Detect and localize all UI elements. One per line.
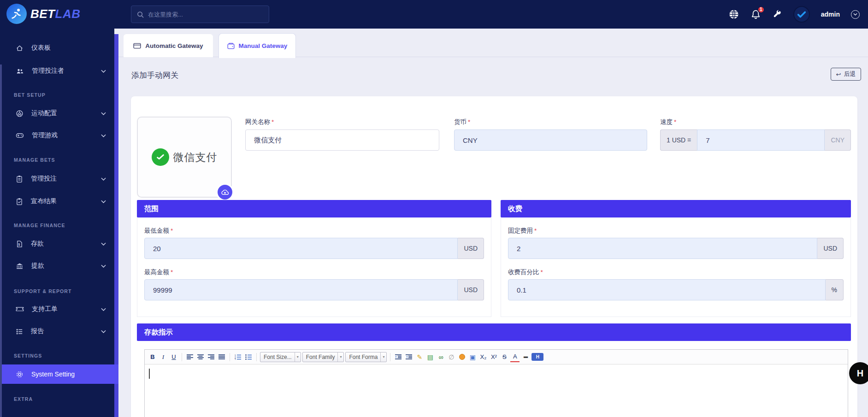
users-icon (16, 67, 24, 75)
superscript-button[interactable]: X² (489, 352, 498, 362)
search-input[interactable] (148, 11, 263, 18)
sidebar-item-reports[interactable]: 报告 (0, 322, 114, 341)
range-section-header: 范围 (137, 200, 491, 217)
align-left-icon[interactable] (185, 352, 195, 362)
required-asterisk: * (171, 269, 173, 276)
sidebar-item-dashboard[interactable]: 仪表板 (0, 39, 114, 57)
max-amount-input[interactable] (144, 279, 458, 300)
sidebar-section-bet-setup: BET SETUP (14, 92, 46, 98)
help-bubble-button[interactable]: H (849, 362, 868, 384)
language-globe-icon[interactable] (728, 9, 739, 20)
account-menu-chevron-icon[interactable] (851, 10, 860, 19)
currency-input[interactable] (454, 129, 647, 151)
required-asterisk: * (534, 227, 537, 234)
sidebar-item-withdrawals[interactable]: 提款 (0, 257, 114, 275)
html-view-button[interactable]: H (531, 353, 543, 361)
app-window: BETLAB 1 admin (0, 0, 868, 417)
percent-charge-group: % (508, 279, 844, 300)
fixed-charge-input[interactable] (508, 238, 817, 259)
charge-section-header: 收费 (501, 200, 851, 217)
chevron-down-icon (101, 330, 106, 333)
sidebar-item-manage-bettors[interactable]: 管理投注者 (0, 62, 114, 80)
sidebar-item-support-tickets[interactable]: 支持工单 (0, 300, 114, 318)
credit-card-icon (133, 43, 141, 49)
horizontal-rule-icon[interactable]: ━ (521, 352, 530, 362)
topbar-actions: 1 admin (728, 0, 860, 29)
font-size-select[interactable]: Font Size...▾ (260, 352, 301, 362)
editor-content-area[interactable] (145, 364, 848, 417)
insert-image-icon[interactable]: ▣ (468, 352, 477, 362)
chevron-down-icon (101, 134, 106, 137)
emoticon-icon[interactable] (457, 352, 466, 362)
gear-icon (16, 370, 24, 378)
notification-count-badge: 1 (757, 6, 765, 13)
remove-link-icon[interactable]: ∅ (447, 352, 456, 362)
sidebar-item-sports-config[interactable]: 运动配置 (0, 104, 114, 123)
dropdown-arrow-icon: ▾ (337, 352, 342, 362)
gateway-name-label: 网关名称* (245, 118, 274, 126)
ordered-list-icon[interactable]: 123 (233, 352, 242, 362)
sidebar-section-manage-bets: MANAGE BETS (14, 157, 55, 163)
sidebar-item-manage-bets[interactable]: 管理投注 (0, 170, 114, 188)
wechat-pay-icon (152, 148, 169, 166)
required-asterisk: * (171, 227, 173, 234)
max-amount-group: USD (144, 279, 484, 300)
align-justify-icon[interactable] (217, 352, 226, 362)
sidebar-section-extra: EXTRA (14, 396, 33, 402)
outdent-icon[interactable] (394, 352, 403, 362)
pencil-edit-icon[interactable]: ✎ (415, 352, 424, 362)
paste-icon[interactable]: ▤ (425, 352, 435, 362)
brand-logo[interactable]: BETLAB (6, 4, 80, 24)
global-search (131, 6, 269, 23)
indent-icon[interactable] (404, 352, 413, 362)
editor-toolbar: B I U 123 Font Size...▾ Font Family▾ Fon… (145, 350, 848, 364)
tab-manual-gateway[interactable]: Manual Gateway (218, 33, 296, 58)
subscript-button[interactable]: X₂ (478, 352, 488, 362)
deposit-icon: $ (16, 240, 23, 248)
sidebar: 仪表板 管理投注者 BET SETUP 运动配置 管理游戏 MANAGE BET… (0, 29, 114, 417)
align-right-icon[interactable] (207, 352, 216, 362)
sidebar-item-manage-games[interactable]: 管理游戏 (0, 126, 114, 145)
brand-name: BETLAB (30, 7, 80, 21)
unordered-list-icon[interactable] (244, 352, 253, 362)
gateway-tabs: Automatic Gateway Manual Gateway (118, 34, 868, 57)
strikethrough-button[interactable]: S (500, 352, 509, 362)
required-asterisk: * (272, 118, 274, 125)
clear-format-button[interactable]: A (510, 352, 520, 362)
back-button[interactable]: ↩ 后退 (831, 68, 861, 81)
range-section-body (137, 217, 491, 317)
upload-image-button[interactable] (216, 183, 234, 201)
tab-automatic-gateway[interactable]: Automatic Gateway (124, 34, 213, 57)
font-family-select[interactable]: Font Family▾ (302, 352, 344, 362)
svg-text:$: $ (18, 242, 20, 246)
rate-input-group: 1 USD = CNY (660, 129, 851, 151)
dropdown-arrow-icon: ▾ (380, 352, 384, 362)
rate-input[interactable] (697, 129, 825, 151)
sidebar-item-declare-result[interactable]: 宣布结果 (0, 192, 114, 211)
insert-link-icon[interactable]: ∞ (436, 352, 445, 362)
sidebar-scrollbar[interactable] (0, 65, 2, 417)
sidebar-section-support-report: SUPPORT & REPORT (14, 288, 72, 294)
rate-prefix-addon: 1 USD = (660, 129, 697, 151)
sidebar-item-deposits[interactable]: $ 存款 (0, 235, 114, 253)
toolbar-separator (230, 353, 230, 361)
italic-button[interactable]: I (159, 352, 168, 362)
sidebar-accent-strip (114, 34, 118, 417)
svg-text:3: 3 (235, 358, 236, 360)
user-avatar[interactable] (793, 6, 810, 23)
underline-button[interactable]: U (169, 352, 178, 362)
min-amount-input[interactable] (144, 238, 458, 259)
percent-charge-input[interactable] (508, 279, 826, 300)
max-amount-label: 最高金额* (144, 268, 173, 276)
font-format-select[interactable]: Font Forma▾ (345, 352, 387, 362)
text-cursor (149, 369, 150, 379)
gateway-name-input[interactable] (245, 129, 439, 151)
settings-wrench-icon[interactable] (772, 9, 782, 19)
bold-button[interactable]: B (148, 352, 157, 362)
search-icon (137, 11, 144, 18)
align-center-icon[interactable] (196, 352, 205, 362)
notifications-bell-icon[interactable]: 1 (750, 9, 761, 20)
sidebar-item-system-setting[interactable]: System Setting (0, 364, 118, 384)
username-label: admin (821, 11, 840, 18)
required-asterisk: * (541, 269, 543, 276)
